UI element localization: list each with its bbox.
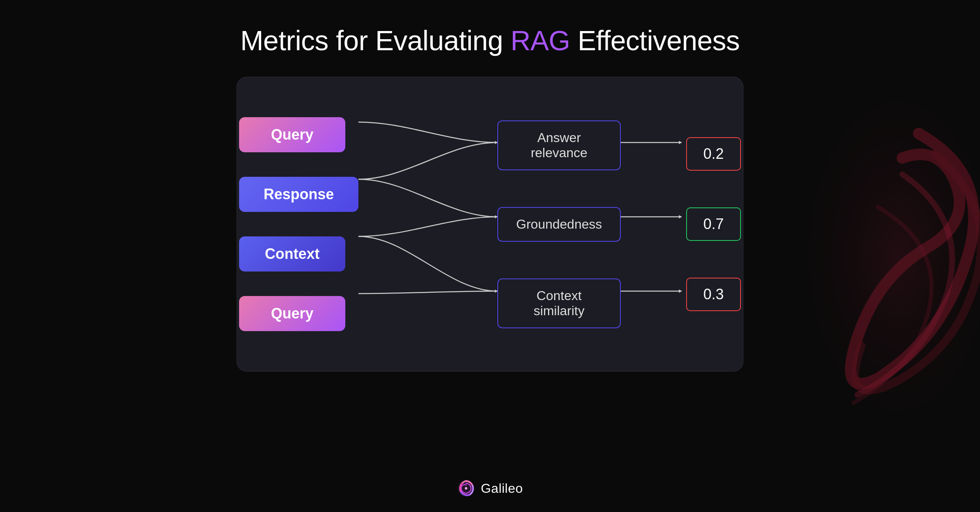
score-answer-relevance: 0.2 [686, 137, 741, 171]
left-inputs-column: Query Response Context Query [239, 117, 358, 331]
svg-marker-9 [679, 289, 682, 293]
footer: Galileo [457, 479, 523, 497]
galileo-logo-icon [457, 479, 475, 497]
title-highlight: RAG [510, 25, 570, 56]
metrics-column: Answer relevance Groundedness Context si… [497, 120, 621, 328]
diagram: Query Response Context Query [270, 106, 710, 343]
svg-point-0 [808, 101, 980, 411]
title-prefix: Metrics for Evaluating [240, 25, 510, 56]
score-groundedness: 0.7 [686, 207, 741, 241]
input-pill-query-bottom: Query [239, 296, 345, 331]
metric-to-score-arrows [621, 106, 686, 343]
svg-marker-7 [679, 215, 682, 218]
score-context-similarity: 0.3 [686, 278, 741, 311]
metric-context-similarity: Context similarity [497, 278, 621, 328]
svg-point-11 [465, 487, 467, 490]
metric-groundedness: Groundedness [497, 207, 621, 242]
scores-column: 0.2 0.7 0.3 [686, 137, 741, 311]
brand-name: Galileo [481, 481, 523, 496]
page-title: Metrics for Evaluating RAG Effectiveness [240, 24, 740, 56]
title-suffix: Effectiveness [570, 25, 740, 56]
metric-answer-relevance: Answer relevance [497, 120, 621, 170]
connector-lines [358, 106, 497, 343]
background-swirl [792, 93, 980, 419]
main-card: Query Response Context Query [237, 77, 743, 372]
input-pill-query-top: Query [239, 117, 345, 152]
svg-marker-5 [679, 141, 682, 144]
input-pill-response: Response [239, 177, 358, 212]
input-pill-context: Context [239, 236, 345, 272]
